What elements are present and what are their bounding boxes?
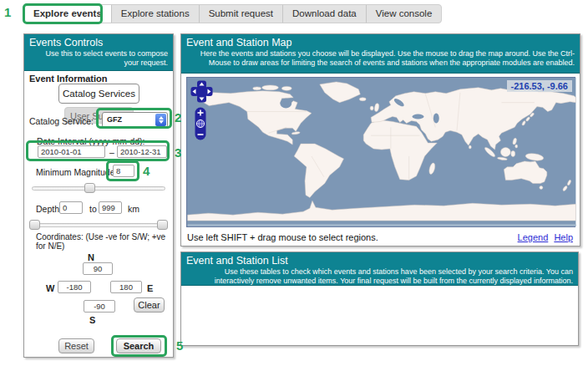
map-hint-text: Use left SHIFT + drag mouse to select re… <box>187 232 378 242</box>
world-map[interactable]: -216.53, -9.66 <box>186 77 575 227</box>
clear-button[interactable]: Clear <box>134 297 165 313</box>
search-button[interactable]: Search <box>116 338 161 353</box>
depth-to-input[interactable] <box>99 201 122 214</box>
map-links: Legend Help <box>514 232 573 242</box>
event-station-list-body <box>181 286 578 345</box>
legend-link[interactable]: Legend <box>518 232 549 242</box>
east-coordinate-input[interactable] <box>110 281 142 293</box>
event-information-heading: Event Information <box>29 74 108 84</box>
catalog-services-button[interactable]: Catalog Services <box>58 84 139 104</box>
event-station-list-panel: Event and Station List Use these tables … <box>180 252 579 346</box>
application-window: Explore events Explore stations Submit r… <box>0 0 588 371</box>
south-label: S <box>89 315 95 325</box>
select-stepper-icon <box>155 114 166 126</box>
events-controls-header: Events Controls Use this to select event… <box>24 34 173 71</box>
date-from-input[interactable] <box>38 145 105 158</box>
north-coordinate-input[interactable] <box>83 262 113 275</box>
events-controls-panel: Events Controls Use this to select event… <box>23 33 174 358</box>
list-panel-header: Event and Station List Use these tables … <box>181 252 578 286</box>
tab-explore-stations[interactable]: Explore stations <box>112 5 200 23</box>
tab-submit-request[interactable]: Submit request <box>200 5 283 23</box>
tab-explore-events[interactable]: Explore events <box>24 5 112 23</box>
list-panel-title: Event and Station List <box>181 252 578 267</box>
map-zoom-control[interactable] <box>195 107 206 140</box>
main-tab-bar: Explore events Explore stations Submit r… <box>23 4 442 23</box>
north-label: N <box>88 252 94 262</box>
depth-unit-label: km <box>128 204 139 214</box>
events-controls-subtitle: Use this to select events to compose you… <box>24 48 173 70</box>
mouse-coordinates-readout: -216.53, -9.66 <box>507 80 573 92</box>
map-panel-subtitle: Here the events and stations you choose … <box>181 48 580 70</box>
annotation-number-1: 1 <box>4 5 11 19</box>
world-map-svg <box>187 78 576 226</box>
reset-button[interactable]: Reset <box>58 338 94 353</box>
depth-to-label: to <box>89 204 97 214</box>
catalog-service-selected-value: GFZ <box>107 115 122 124</box>
magnitude-slider[interactable] <box>32 186 165 191</box>
events-controls-title: Events Controls <box>24 34 173 48</box>
depth-slider-max-handle[interactable] <box>157 220 168 230</box>
map-edge-strip <box>188 224 576 226</box>
catalog-service-select[interactable]: GFZ <box>102 112 168 128</box>
map-pan-control[interactable] <box>190 80 213 103</box>
tab-download-data[interactable]: Download data <box>283 5 367 23</box>
date-separator: – <box>109 147 114 157</box>
catalog-service-label: Catalog Service: <box>29 116 94 126</box>
date-to-input[interactable] <box>117 145 167 158</box>
east-label: E <box>147 283 153 293</box>
depth-range-slider[interactable] <box>29 223 168 227</box>
depth-from-input[interactable] <box>59 201 83 214</box>
minimum-magnitude-input[interactable] <box>113 165 134 177</box>
west-label: W <box>46 283 54 293</box>
tab-view-console[interactable]: View console <box>367 5 442 23</box>
minimum-magnitude-label: Minimum Magnitude: <box>36 167 117 177</box>
zoom-world-icon <box>196 119 204 127</box>
south-coordinate-input[interactable] <box>84 300 115 313</box>
map-panel-header: Event and Station Map Here the events an… <box>181 34 580 74</box>
depth-slider-min-handle[interactable] <box>29 220 40 230</box>
coordinates-label: Coordinates: (Use -ve for S/W; +ve for N… <box>36 232 168 251</box>
help-link[interactable]: Help <box>554 232 573 242</box>
west-coordinate-input[interactable] <box>58 281 91 293</box>
event-station-map-panel: Event and Station Map Here the events an… <box>180 33 580 246</box>
magnitude-slider-handle[interactable] <box>84 183 95 193</box>
map-panel-title: Event and Station Map <box>181 34 580 48</box>
